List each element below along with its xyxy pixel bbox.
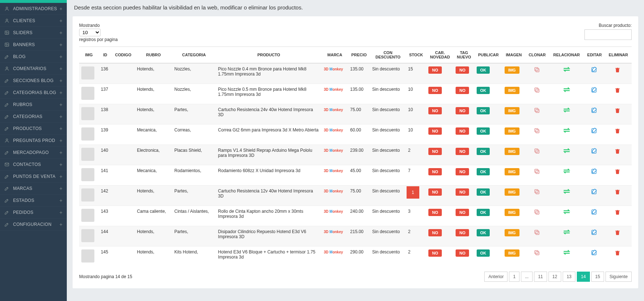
clone-icon[interactable] [534, 209, 541, 215]
delete-icon[interactable] [615, 168, 622, 175]
relate-icon[interactable] [563, 229, 570, 235]
tag-nuevo-toggle[interactable]: NO [456, 188, 469, 196]
sidebar-item-administradores[interactable]: ADMINISTRADORES + [0, 3, 67, 15]
sidebar-item-rubros[interactable]: RUBROS + [0, 99, 67, 111]
search-input[interactable] [584, 29, 632, 40]
col-img[interactable]: IMG [79, 47, 99, 64]
page-15[interactable]: 15 [591, 272, 604, 282]
edit-icon[interactable] [591, 107, 598, 114]
publicar-toggle[interactable]: OK [477, 127, 490, 135]
records-select[interactable]: 10 [79, 29, 101, 36]
sidebar-item-categorias[interactable]: CATEGORIAS + [0, 111, 67, 123]
imagen-button[interactable]: IMG [505, 107, 519, 114]
relate-icon[interactable] [563, 87, 570, 93]
tag-nuevo-toggle[interactable]: NO [456, 107, 469, 114]
imagen-button[interactable]: IMG [505, 87, 519, 94]
page-next[interactable]: Siguiente [606, 272, 632, 282]
relate-icon[interactable] [563, 168, 570, 174]
delete-icon[interactable] [615, 107, 622, 114]
clone-icon[interactable] [534, 66, 541, 73]
delete-icon[interactable] [615, 249, 622, 256]
novedad-toggle[interactable]: NO [428, 209, 442, 216]
clone-icon[interactable] [534, 168, 541, 175]
sidebar-item-preguntas-prod[interactable]: PREGUNTAS PROD + [0, 135, 67, 147]
delete-icon[interactable] [615, 188, 622, 195]
col-id[interactable]: ID [99, 47, 112, 64]
sidebar-item-sliders[interactable]: SLIDERS + [0, 27, 67, 39]
col-categoria[interactable]: CATEGORIA [172, 47, 216, 64]
relate-icon[interactable] [563, 66, 570, 72]
tag-nuevo-toggle[interactable]: NO [456, 249, 469, 257]
col-producto[interactable]: PRODUCTO [216, 47, 322, 64]
relate-icon[interactable] [563, 209, 570, 215]
imagen-button[interactable]: IMG [505, 66, 519, 74]
delete-icon[interactable] [615, 127, 622, 134]
page-14[interactable]: 14 [577, 272, 590, 282]
col-rubro[interactable]: RUBRO [135, 47, 172, 64]
tag-nuevo-toggle[interactable]: NO [456, 229, 469, 236]
tag-nuevo-toggle[interactable]: NO [456, 168, 469, 175]
novedad-toggle[interactable]: NO [428, 168, 442, 175]
clone-icon[interactable] [534, 127, 541, 134]
sidebar-item-banners[interactable]: BANNERS + [0, 39, 67, 51]
imagen-button[interactable]: IMG [505, 127, 519, 135]
col-codigo[interactable]: CODIGO [112, 47, 135, 64]
publicar-toggle[interactable]: OK [477, 249, 490, 257]
edit-icon[interactable] [591, 249, 598, 256]
imagen-button[interactable]: IMG [505, 168, 519, 175]
edit-icon[interactable] [591, 87, 598, 93]
novedad-toggle[interactable]: NO [428, 87, 442, 94]
sidebar-item-secciones-blog[interactable]: SECCIONES BLOG + [0, 75, 67, 87]
edit-icon[interactable] [591, 168, 598, 175]
publicar-toggle[interactable]: OK [477, 229, 490, 236]
clone-icon[interactable] [534, 188, 541, 195]
relate-icon[interactable] [563, 249, 570, 255]
delete-icon[interactable] [615, 209, 622, 215]
novedad-toggle[interactable]: NO [428, 127, 442, 135]
sidebar-item-productos[interactable]: PRODUCTOS + [0, 123, 67, 135]
delete-icon[interactable] [615, 229, 622, 236]
publicar-toggle[interactable]: OK [477, 148, 490, 155]
sidebar-item-blog[interactable]: BLOG + [0, 51, 67, 63]
edit-icon[interactable] [591, 209, 598, 215]
sidebar-item-clientes[interactable]: CLIENTES + [0, 15, 67, 27]
delete-icon[interactable] [615, 66, 622, 73]
edit-icon[interactable] [591, 229, 598, 236]
clone-icon[interactable] [534, 249, 541, 256]
edit-icon[interactable] [591, 66, 598, 73]
sidebar-item-pedidos[interactable]: PEDIDOS + [0, 207, 67, 219]
col-stock[interactable]: STOCK [406, 47, 426, 64]
publicar-toggle[interactable]: OK [477, 209, 490, 216]
tag-nuevo-toggle[interactable]: NO [456, 66, 469, 74]
col-eliminar[interactable]: ELIMINAR [605, 47, 632, 64]
novedad-toggle[interactable]: NO [428, 107, 442, 114]
col-car-novedad[interactable]: CAR.NOVEDAD [426, 47, 453, 64]
imagen-button[interactable]: IMG [505, 188, 519, 196]
edit-icon[interactable] [591, 148, 598, 154]
tag-nuevo-toggle[interactable]: NO [456, 127, 469, 135]
clone-icon[interactable] [534, 148, 541, 154]
publicar-toggle[interactable]: OK [477, 107, 490, 114]
sidebar-item-mercadopago[interactable]: MERCADOPAGO + [0, 147, 67, 159]
imagen-button[interactable]: IMG [505, 229, 519, 236]
sidebar-item-marcas[interactable]: MARCAS + [0, 183, 67, 195]
page-12[interactable]: 12 [549, 272, 561, 282]
col-tag-nuevo[interactable]: TAGNUEVO [453, 47, 474, 64]
novedad-toggle[interactable]: NO [428, 229, 442, 236]
relate-icon[interactable] [563, 127, 570, 133]
col-marca[interactable]: MARCA [322, 47, 348, 64]
page-1[interactable]: 1 [509, 272, 519, 282]
sidebar-item-puntos-de-venta[interactable]: PUNTOS DE VENTA + [0, 171, 67, 183]
edit-icon[interactable] [591, 188, 598, 195]
clone-icon[interactable] [534, 229, 541, 236]
novedad-toggle[interactable]: NO [428, 188, 442, 196]
publicar-toggle[interactable]: OK [477, 87, 490, 94]
page-11[interactable]: 11 [534, 272, 547, 282]
relate-icon[interactable] [563, 148, 570, 154]
sidebar-item-configuracion[interactable]: CONFIGURACION + [0, 219, 67, 231]
edit-icon[interactable] [591, 127, 598, 134]
novedad-toggle[interactable]: NO [428, 148, 442, 155]
col-relacionar[interactable]: RELACIONAR [549, 47, 584, 64]
tag-nuevo-toggle[interactable]: NO [456, 209, 469, 216]
col-imagen[interactable]: IMAGEN [502, 47, 525, 64]
